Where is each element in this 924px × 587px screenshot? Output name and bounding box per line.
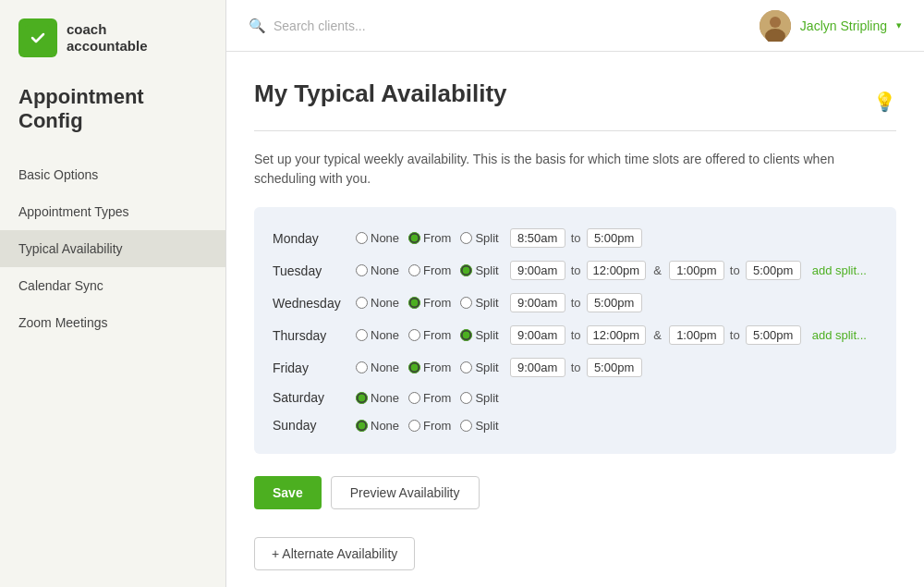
- to-label-wednesday: to: [571, 296, 581, 310]
- day-label-saturday: Saturday: [273, 390, 356, 405]
- chevron-down-icon: ▾: [896, 19, 902, 31]
- time-range-tuesday: 9:00am to 12:00pm & 1:00pm to 5:00pm add…: [510, 261, 867, 280]
- radio-from-tuesday[interactable]: From: [408, 263, 451, 277]
- avail-row-monday: Monday None From Split 8:50am to 5:00pm: [273, 222, 878, 254]
- radio-none-tuesday[interactable]: None: [356, 263, 399, 277]
- from1-time-tuesday: 9:00am: [510, 261, 565, 280]
- radio-group-thursday: None From Split: [356, 328, 505, 342]
- app-name: coach accountable: [67, 21, 148, 55]
- radio-group-sunday: None From Split: [356, 419, 505, 433]
- header: 🔍 Jaclyn Stripling ▾: [226, 0, 924, 52]
- avail-row-sunday: Sunday None From Split: [273, 411, 878, 439]
- radio-group-saturday: None From Split: [356, 391, 505, 405]
- from2-time-thursday: 1:00pm: [669, 325, 724, 345]
- radio-from-sunday[interactable]: From: [408, 419, 451, 433]
- time-range-wednesday: 9:00am to 5:00pm: [510, 293, 642, 312]
- page-title: My Typical Availability: [254, 79, 507, 108]
- radio-group-friday: None From Split: [356, 361, 505, 374]
- alternate-availability-button[interactable]: + Alternate Availability: [254, 537, 415, 570]
- radio-split-wednesday[interactable]: Split: [460, 296, 498, 310]
- page-title-row: My Typical Availability 💡: [254, 79, 896, 123]
- svg-rect-0: [25, 25, 51, 51]
- add-split-thursday[interactable]: add split...: [812, 328, 867, 342]
- radio-split-sunday[interactable]: Split: [460, 419, 498, 433]
- time-range-friday: 9:00am to 5:00pm: [510, 358, 642, 377]
- svg-point-2: [770, 17, 781, 28]
- radio-split-friday[interactable]: Split: [460, 361, 498, 374]
- to-label-monday: to: [571, 231, 581, 245]
- alternate-availability-section: + Alternate Availability: [254, 537, 896, 570]
- to2-label-tuesday: to: [730, 263, 740, 277]
- day-label-thursday: Thursday: [273, 328, 356, 343]
- avail-row-tuesday: Tuesday None From Split 9:00am to 12:00p…: [273, 254, 878, 287]
- to1-label-thursday: to: [571, 328, 581, 342]
- radio-from-friday[interactable]: From: [408, 361, 451, 374]
- avail-row-saturday: Saturday None From Split: [273, 384, 878, 411]
- to-time-wednesday: 5:00pm: [587, 293, 642, 312]
- logo-area: coach accountable: [0, 18, 225, 85]
- radio-none-wednesday[interactable]: None: [356, 296, 399, 310]
- to-time-monday: 5:00pm: [587, 228, 642, 248]
- day-label-sunday: Sunday: [273, 418, 356, 433]
- time-range-monday: 8:50am to 5:00pm: [510, 228, 642, 248]
- divider: [254, 130, 896, 131]
- from-time-friday: 9:00am: [510, 358, 565, 377]
- from2-time-tuesday: 1:00pm: [669, 261, 724, 280]
- radio-split-saturday[interactable]: Split: [460, 391, 498, 405]
- radio-none-friday[interactable]: None: [356, 361, 399, 374]
- sidebar: coach accountable Appointment Config Bas…: [0, 0, 226, 587]
- radio-none-sunday[interactable]: None: [356, 419, 399, 433]
- amp-label-tuesday: &: [653, 263, 662, 277]
- radio-split-monday[interactable]: Split: [460, 231, 498, 245]
- sidebar-item-appointment-types[interactable]: Appointment Types: [0, 193, 225, 230]
- radio-group-monday: None From Split: [356, 231, 505, 245]
- amp-label-thursday: &: [653, 328, 662, 342]
- to2-time-thursday: 5:00pm: [746, 325, 801, 345]
- user-name: Jaclyn Stripling: [800, 18, 887, 33]
- from1-time-thursday: 9:00am: [510, 325, 565, 345]
- radio-from-monday[interactable]: From: [408, 231, 451, 245]
- save-button[interactable]: Save: [254, 476, 322, 509]
- radio-none-monday[interactable]: None: [356, 231, 399, 245]
- logo-icon: [18, 18, 57, 57]
- radio-from-saturday[interactable]: From: [408, 391, 451, 405]
- to-time-friday: 5:00pm: [587, 358, 642, 377]
- section-title: Appointment Config: [0, 85, 225, 156]
- add-split-tuesday[interactable]: add split...: [812, 263, 867, 277]
- day-label-friday: Friday: [273, 361, 356, 375]
- avail-row-thursday: Thursday None From Split 9:00am to 12:00…: [273, 319, 878, 351]
- radio-from-wednesday[interactable]: From: [408, 296, 451, 310]
- sidebar-item-zoom-meetings[interactable]: Zoom Meetings: [0, 304, 225, 341]
- radio-from-thursday[interactable]: From: [408, 328, 451, 342]
- availability-table: Monday None From Split 8:50am to 5:00pm …: [254, 207, 896, 454]
- lightbulb-icon[interactable]: 💡: [873, 91, 896, 113]
- main-content: 🔍 Jaclyn Stripling ▾ My Typical Availabi…: [226, 0, 924, 587]
- radio-split-thursday[interactable]: Split: [460, 328, 498, 342]
- preview-availability-button[interactable]: Preview Availability: [331, 476, 480, 509]
- sidebar-item-typical-availability[interactable]: Typical Availability: [0, 230, 225, 267]
- radio-group-wednesday: None From Split: [356, 296, 505, 310]
- radio-none-thursday[interactable]: None: [356, 328, 399, 342]
- radio-split-tuesday[interactable]: Split: [460, 263, 498, 277]
- to-label-friday: to: [571, 361, 581, 374]
- day-label-tuesday: Tuesday: [273, 263, 356, 278]
- sidebar-nav: Basic Options Appointment Types Typical …: [0, 156, 225, 341]
- time-range-thursday: 9:00am to 12:00pm & 1:00pm to 5:00pm add…: [510, 325, 867, 345]
- action-buttons: Save Preview Availability: [254, 476, 896, 509]
- search-bar[interactable]: 🔍: [249, 18, 618, 34]
- to1-time-tuesday: 12:00pm: [587, 261, 647, 280]
- user-menu[interactable]: Jaclyn Stripling ▾: [760, 10, 902, 42]
- radio-none-saturday[interactable]: None: [356, 391, 399, 405]
- to2-label-thursday: to: [730, 328, 740, 342]
- from-time-monday: 8:50am: [510, 228, 565, 248]
- day-label-wednesday: Wednesday: [273, 296, 356, 311]
- day-label-monday: Monday: [273, 231, 356, 246]
- search-input[interactable]: [274, 18, 618, 33]
- description-text: Set up your typical weekly availability.…: [254, 150, 896, 189]
- sidebar-item-calendar-sync[interactable]: Calendar Sync: [0, 267, 225, 304]
- search-icon: 🔍: [249, 18, 266, 34]
- to1-label-tuesday: to: [571, 263, 581, 277]
- sidebar-item-basic-options[interactable]: Basic Options: [0, 156, 225, 193]
- radio-group-tuesday: None From Split: [356, 263, 505, 277]
- to2-time-tuesday: 5:00pm: [746, 261, 801, 280]
